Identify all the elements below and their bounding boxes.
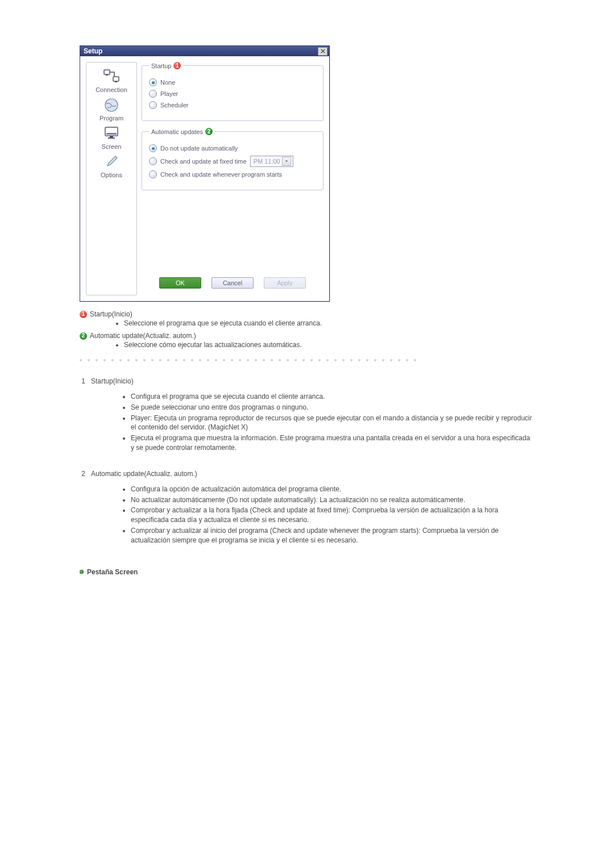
cancel-button[interactable]: Cancel [211,277,254,289]
dialog-footer: OK Cancel Apply [142,273,323,295]
sidebar: Connection Program [86,62,137,295]
connection-icon [101,68,122,85]
list-item: No actualizar automáticamente (Do not up… [131,495,534,505]
list-item: Comprobar y actualizar al inicio del pro… [131,526,534,545]
section-title: Pestaña Screen [87,568,138,576]
sidebar-item-label: Options [101,172,122,178]
right-panel: Startup 1 None Player Scheduler [142,62,323,295]
sidebar-item-connection[interactable]: Connection [92,68,131,93]
section-header-screen: Pestaña Screen [80,568,534,576]
detail-title: Automatic update(Actualiz. autom.) [91,470,197,478]
svg-rect-2 [106,74,108,76]
brush-icon [101,153,122,170]
caption-startup-title: Startup(Inicio) [90,310,132,318]
sidebar-item-label: Screen [102,143,122,150]
apply-button[interactable]: Apply [264,277,306,289]
radio-noauto[interactable] [149,144,157,152]
radio-player[interactable] [149,90,157,98]
callout-one-icon: 1 [173,62,181,69]
list-item: Configura el programa que se ejecuta cua… [131,392,534,402]
startup-legend: Startup [151,62,171,69]
caption-updates-desc: Seleccione cómo ejecutar las actualizaci… [124,341,534,349]
svg-rect-3 [115,81,117,82]
caption-updates-title: Automatic update(Actualiz. autom.) [90,332,196,340]
svg-rect-7 [110,136,113,137]
bullet-icon [80,570,84,574]
list-item: Configura la opción de actualización aut… [131,485,534,494]
detail-startup: 1 Startup(Inicio) Configura el programa … [80,377,534,453]
callout-two-icon: 2 [80,332,87,340]
list-item: Comprobar y actualizar a la hora fijada … [131,506,534,525]
radio-label: Do not update automatically [160,145,238,152]
radio-scheduler[interactable] [149,101,157,109]
radio-label: Check and update at fixed time [160,158,247,165]
radio-label: None [160,79,175,86]
updates-legend: Automatic updates [151,128,203,135]
radio-starts[interactable] [149,170,157,178]
detail-num: 2 [80,470,85,478]
list-item: Ejecuta el programa que muestra la infor… [131,433,534,453]
detail-title: Startup(Inicio) [91,377,134,385]
radio-fixed[interactable] [149,157,157,165]
time-value: PM 11:00 [254,158,280,165]
svg-rect-6 [106,133,117,135]
captions: 1 Startup(Inicio) Seleccione el programa… [80,310,534,349]
sidebar-item-label: Connection [96,86,127,93]
titlebar: Setup [80,46,329,56]
radio-none[interactable] [149,78,157,86]
globe-icon [101,97,122,114]
dialog-title: Setup [84,47,318,55]
dotted-separator [80,359,534,361]
list-item: Player: Ejecuta un programa reproductor … [131,414,534,433]
sidebar-item-program[interactable]: Program [92,97,131,122]
caption-startup-desc: Seleccione el programa que se ejecuta cu… [124,319,534,327]
sidebar-item-label: Program [99,115,123,122]
radio-label: Scheduler [160,102,189,108]
time-select[interactable]: PM 11:00 [250,156,293,167]
ok-button[interactable]: OK [159,277,201,289]
radio-label: Player [160,90,178,97]
sidebar-item-screen[interactable]: Screen [92,125,131,150]
detail-updates: 2 Automatic update(Actualiz. autom.) Con… [80,470,534,545]
detail-num: 1 [80,377,85,385]
callout-two-icon: 2 [205,128,213,135]
updates-group: Automatic updates 2 Do not update automa… [142,128,323,190]
callout-one-icon: 1 [80,311,87,318]
setup-dialog: Setup Con [80,45,330,302]
monitor-icon [101,125,122,142]
chevron-down-icon [282,157,291,166]
close-icon[interactable] [318,47,327,56]
svg-rect-8 [108,137,115,139]
radio-label: Check and update whenever program starts [160,171,282,178]
list-item: Se puede seleccionar uno entre dos progr… [131,403,534,412]
sidebar-item-options[interactable]: Options [92,153,131,178]
svg-rect-0 [104,70,110,74]
startup-group: Startup 1 None Player Scheduler [142,62,323,121]
svg-rect-1 [113,77,119,81]
